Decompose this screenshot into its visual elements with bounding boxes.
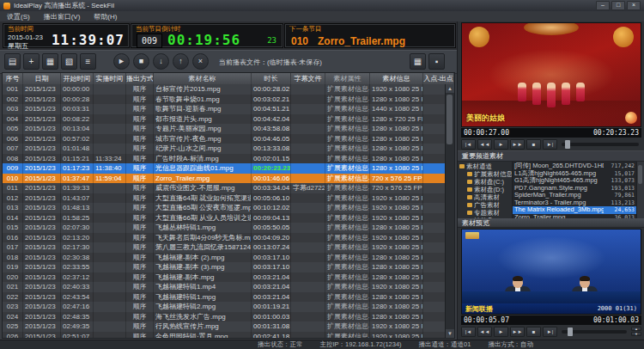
save-playlist-icon[interactable]: ▦ bbox=[42, 53, 58, 70]
skip-start-icon[interactable]: |◄ bbox=[461, 139, 476, 150]
tree-node[interactable]: 素材盘(C:) bbox=[458, 178, 512, 186]
table-row[interactable]: 001 2015/1/23 00:00:00 顺序 台标宣传片2015.mpg … bbox=[3, 84, 446, 95]
table-row[interactable]: 002 2015/1/23 00:00:28 顺序 春节歌舞串烧01.mpg 0… bbox=[3, 95, 446, 105]
tree-node[interactable]: 素材盘(D:) bbox=[458, 186, 512, 193]
column-attribute[interactable]: 素材属性 bbox=[325, 73, 370, 84]
spin-up-icon[interactable]: ▲ bbox=[631, 327, 641, 331]
table-row[interactable]: 011 2015/1/23 01:39:33 顺序 威震伟业图文-不屈服.mpg… bbox=[3, 183, 446, 193]
playlist-mode-icon[interactable]: ≡ bbox=[80, 53, 96, 70]
rewind-icon[interactable]: ◄◄ bbox=[477, 139, 492, 150]
file-list-item[interactable]: The Matrix Reloaded_3Mb.mpg 24,653 bbox=[513, 206, 636, 214]
library-scrollbar[interactable] bbox=[636, 162, 644, 218]
tree-node[interactable]: 素材通道 bbox=[458, 162, 512, 170]
column-duration[interactable]: 时长 bbox=[252, 73, 291, 84]
maximize-button[interactable]: □ bbox=[611, 1, 625, 10]
move-down-icon[interactable]: ↓ bbox=[153, 53, 169, 70]
play-icon[interactable]: ► bbox=[494, 139, 508, 150]
table-row[interactable]: 026 2015/1/23 02:51:07 顺序 金色田园特辑·置月.mpg … bbox=[3, 332, 446, 339]
program-seek-slider[interactable] bbox=[562, 143, 639, 146]
column-name[interactable]: 素材名称 bbox=[154, 73, 252, 84]
menu-settings[interactable]: 设置(S) bbox=[7, 12, 30, 21]
play-icon[interactable]: ► bbox=[113, 53, 130, 70]
table-row[interactable]: 003 2015/1/23 00:03:31 顺序 歌舞节目-迎新春.mpg 0… bbox=[3, 104, 446, 114]
tree-node[interactable]: 扩展素材信息 bbox=[458, 170, 512, 178]
column-info[interactable]: 素材信息 bbox=[370, 73, 423, 84]
move-up-icon[interactable]: ↑ bbox=[173, 53, 189, 70]
table-row[interactable]: 007 2015/1/23 01:01:48 顺序 纪录片-山水之间.mpg 0… bbox=[3, 144, 446, 154]
file-list-item[interactable]: G1高清hjgNight465-465.mpg 133,073 bbox=[513, 177, 636, 185]
table-row[interactable]: 024 2015/1/23 02:48:35 顺序 海飞丝洗发水广告.mpg 0… bbox=[3, 312, 446, 322]
table-row[interactable]: 014 2015/1/23 01:58:25 顺序 大型直播66期 从业人员培训… bbox=[3, 213, 446, 223]
table-row[interactable]: 021 2015/1/23 02:40:33 顺序 飞越福建特辑1.mp4 00… bbox=[3, 282, 446, 292]
skip-start-icon[interactable]: |◄ bbox=[461, 327, 476, 337]
file-list-item[interactable]: [同传] Moon_265.DHTDVD-1HD-LAF.avi 717,242 bbox=[513, 162, 636, 170]
file-list-item[interactable]: SpiderMan_Trailer.mpg 79,861 bbox=[513, 192, 636, 199]
tree-node[interactable]: 专题素材 bbox=[458, 209, 512, 217]
skip-end-icon[interactable]: ►| bbox=[543, 327, 557, 337]
table-row[interactable]: 017 2015/1/23 02:17:30 顺序 第八届三教九流回忆录1587… bbox=[3, 242, 446, 253]
column-date[interactable]: 日期 bbox=[23, 73, 61, 84]
table-row[interactable]: 025 2015/1/23 02:49:35 顺序 行风热线宣传片.mpg 00… bbox=[3, 321, 446, 332]
grid-view-icon[interactable]: ▦ bbox=[410, 53, 426, 70]
file-list-item[interactable]: L1高清hjgNight465-465.mpg 15,017 bbox=[513, 170, 636, 178]
minimize-button[interactable]: – bbox=[596, 1, 610, 10]
spin-down-icon[interactable]: ▼ bbox=[631, 332, 641, 336]
column-actual[interactable]: 实播时间 bbox=[94, 73, 126, 84]
file-list-item[interactable]: Terminator3 - Trailer.mpg 113,213 bbox=[513, 199, 636, 207]
table-row[interactable]: 020 2015/1/23 02:37:12 顺序 飞越福建-副本.mpg 00… bbox=[3, 272, 446, 283]
column-start[interactable]: 开始时间 bbox=[61, 73, 94, 84]
scroll-down-icon[interactable]: ▼ bbox=[446, 329, 454, 338]
table-row[interactable]: 016 2015/1/23 02:13:20 顺序 飞天舞者后期4分09秒无角标… bbox=[3, 233, 446, 243]
table-row[interactable]: 023 2015/1/23 02:47:16 顺序 飞越福建特辑2.mpg 00… bbox=[3, 302, 446, 312]
library-scrollbar-thumb[interactable] bbox=[638, 165, 642, 184]
delete-item-icon[interactable]: × bbox=[192, 53, 209, 70]
menu-help[interactable]: 帮助(H) bbox=[94, 12, 117, 21]
slider-knob[interactable] bbox=[568, 328, 573, 336]
stop-icon[interactable]: ■ bbox=[133, 53, 149, 70]
cell-material-attribute: 扩展素材信息-- bbox=[325, 213, 370, 223]
table-row[interactable]: 004 2015/1/23 00:08:22 顺序 都市报道片头.mpg 00:… bbox=[3, 114, 446, 125]
cell-play-mode: 顺序 bbox=[126, 262, 154, 272]
table-row[interactable]: 006 2015/1/23 00:57:02 顺序 城市宣传片-夜色.mpg 0… bbox=[3, 134, 446, 144]
file-list-item[interactable]: PD7.Gangnam.Style.mpg 193,013 bbox=[513, 185, 636, 193]
play-icon[interactable]: ► bbox=[494, 327, 508, 337]
table-row[interactable]: 009 2015/1/23 01:17:23 11:38:40 顺序 光信息器跟… bbox=[3, 163, 446, 174]
column-seq[interactable]: 序号 bbox=[3, 73, 23, 84]
stop-icon[interactable]: ■ bbox=[526, 139, 541, 150]
close-button[interactable]: × bbox=[627, 1, 641, 10]
table-row[interactable]: 018 2015/1/23 02:30:38 顺序 飞越福建-副本 (2).mp… bbox=[3, 253, 446, 263]
fast-forward-icon[interactable]: ►► bbox=[510, 139, 525, 150]
save-as-icon[interactable]: ▧ bbox=[61, 53, 77, 70]
menu-playout-window[interactable]: 播出窗口(V) bbox=[44, 12, 81, 21]
add-item-icon[interactable]: + bbox=[23, 53, 39, 70]
column-mode[interactable]: 播出方式 bbox=[126, 73, 154, 84]
stop-icon[interactable]: ■ bbox=[526, 327, 541, 337]
cell-duration: 00:10:12.02 bbox=[252, 203, 291, 213]
slider-knob[interactable] bbox=[565, 140, 570, 149]
column-subtitle[interactable]: 字幕文件 bbox=[291, 73, 325, 84]
cell-start-time: 00:03:31 bbox=[61, 104, 94, 114]
table-row[interactable]: 015 2015/1/23 02:07:30 顺序 飞越丛林特辑1.mpg 00… bbox=[3, 223, 446, 233]
cell-in-out bbox=[423, 104, 446, 114]
table-row[interactable]: 010 2015/1/23 01:37:47 11:59:04 顺序 Zorro… bbox=[3, 174, 446, 184]
table-row[interactable]: 019 2015/1/23 02:33:55 顺序 飞越福建-副本 (3).mp… bbox=[3, 262, 446, 272]
skip-end-icon[interactable]: ►| bbox=[543, 139, 557, 150]
open-playlist-icon[interactable]: ▤ bbox=[4, 53, 21, 70]
scrollbar-thumb[interactable] bbox=[447, 95, 453, 144]
cell-material-name: 纪录片-山水之间.mpg bbox=[154, 144, 252, 154]
cell-material-name: 飞越福建-副本 (3).mpg bbox=[154, 262, 252, 272]
table-row[interactable]: 008 2015/1/23 01:15:21 11:33:24 顺序 广告时段A… bbox=[3, 154, 446, 164]
table-row[interactable]: 012 2015/1/23 01:43:07 顺序 大型直播64期 就业如何拓宽… bbox=[3, 193, 446, 204]
table-row[interactable]: 005 2015/1/23 00:13:04 顺序 专题片-美丽家园.mpg 0… bbox=[3, 124, 446, 134]
scroll-up-icon[interactable]: ▲ bbox=[446, 84, 454, 93]
tree-node[interactable]: 高清素材 bbox=[458, 193, 512, 201]
tree-node[interactable]: 广告素材 bbox=[458, 201, 512, 209]
column-in-out[interactable]: 入点-出点 bbox=[423, 73, 454, 84]
preview-seek-slider[interactable] bbox=[562, 330, 627, 334]
table-row[interactable]: 022 2015/1/23 02:43:54 顺序 飞越福建特辑1.mpg 00… bbox=[3, 292, 446, 303]
table-row[interactable]: 013 2015/1/23 01:48:13 顺序 大型直播65期 公安夜市巡逻… bbox=[3, 203, 446, 213]
lock-icon[interactable]: ▪ bbox=[428, 53, 445, 70]
table-scrollbar[interactable]: ▲ ▼ bbox=[445, 84, 454, 338]
rewind-icon[interactable]: ◄◄ bbox=[477, 327, 492, 337]
fast-forward-icon[interactable]: ►► bbox=[510, 327, 525, 337]
